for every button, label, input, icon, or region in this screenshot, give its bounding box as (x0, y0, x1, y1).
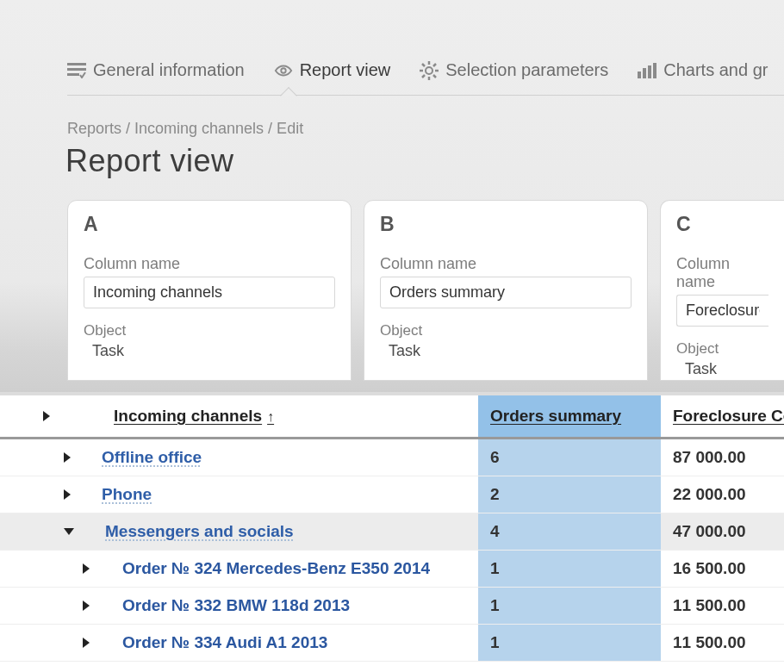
col-header-incoming[interactable]: Incoming channels↑ (114, 407, 274, 426)
svg-line-11 (422, 75, 425, 78)
object-label: Object (380, 322, 632, 339)
column-name-input[interactable] (676, 295, 768, 327)
tab-label: Selection parameters (445, 60, 608, 80)
cost-cell: 47 000.00 (661, 522, 784, 541)
svg-rect-15 (648, 65, 651, 78)
row-label-link[interactable]: Phone (102, 485, 152, 504)
col-header-cost[interactable]: Foreclosure Co (673, 407, 784, 426)
column-name-label: Column name (380, 255, 632, 273)
column-name-label: Column name (84, 255, 335, 273)
object-value: Task (380, 342, 632, 360)
chevron-right-icon[interactable] (64, 452, 71, 463)
expand-all-icon[interactable] (43, 411, 50, 421)
column-name-input[interactable] (84, 277, 335, 308)
orders-cell: 6 (478, 439, 661, 476)
cost-cell: 22 000.00 (661, 485, 784, 504)
svg-rect-14 (643, 68, 646, 78)
svg-line-10 (433, 75, 436, 78)
form-icon (67, 62, 86, 79)
svg-line-9 (422, 64, 425, 66)
svg-line-12 (433, 64, 436, 66)
tab-divider (67, 95, 784, 96)
chevron-right-icon[interactable] (83, 638, 90, 648)
object-value: Task (84, 342, 335, 360)
chevron-down-icon[interactable] (64, 528, 74, 535)
chevron-right-icon[interactable] (83, 563, 90, 574)
svg-rect-16 (653, 63, 656, 78)
gear-icon (420, 62, 439, 79)
tab-report-view[interactable]: Report view (274, 60, 391, 80)
page-title: Report view (0, 138, 784, 179)
cost-cell: 16 500.00 (661, 559, 784, 578)
column-card-b: B Column name Object Task (364, 200, 648, 381)
cost-cell: 11 500.00 (661, 633, 784, 652)
tab-label: Charts and gr (663, 60, 768, 80)
svg-rect-0 (67, 63, 86, 65)
column-letter: A (84, 213, 335, 236)
sort-asc-icon: ↑ (267, 409, 274, 424)
column-letter: B (380, 213, 632, 236)
col-header-orders[interactable]: Orders summary (490, 407, 621, 426)
orders-cell: 1 (478, 551, 661, 587)
table-row: Phone222 000.00 (0, 476, 784, 513)
tab-charts-graphs[interactable]: Charts and gr (638, 60, 768, 80)
breadcrumb: Reports / Incoming channels / Edit (0, 80, 784, 138)
object-value: Task (676, 360, 768, 378)
row-label-link[interactable]: Order № 332 BMW 118d 2013 (122, 596, 350, 615)
table-row: Offline office687 000.00 (0, 439, 784, 476)
svg-rect-13 (638, 72, 641, 78)
tab-label: General information (93, 60, 245, 80)
row-label-link[interactable]: Order № 334 Audi A1 2013 (122, 633, 327, 652)
chevron-right-icon[interactable] (64, 489, 71, 500)
object-label: Object (676, 340, 768, 358)
table-row: Order № 332 BMW 118d 2013111 500.00 (0, 588, 784, 625)
orders-cell: 2 (478, 476, 661, 513)
table-row: Messengers and socials447 000.00 (0, 513, 784, 551)
svg-point-3 (281, 68, 286, 73)
tab-bar: General information Report view Selectio… (0, 0, 784, 80)
table-header-row: Incoming channels↑ Orders summary Forecl… (0, 392, 784, 439)
table-row: Order № 324 Mercedes-Benz E350 2014116 5… (0, 551, 784, 588)
row-label-link[interactable]: Order № 324 Mercedes-Benz E350 2014 (122, 559, 430, 578)
svg-point-4 (426, 67, 432, 74)
column-name-label: Column name (676, 255, 768, 291)
orders-cell: 4 (478, 513, 661, 550)
row-label-link[interactable]: Messengers and socials (105, 522, 294, 541)
tab-general-information[interactable]: General information (67, 60, 245, 80)
bar-chart-icon (638, 62, 656, 79)
svg-rect-2 (67, 73, 79, 76)
eye-icon (274, 62, 293, 79)
orders-cell: 1 (478, 625, 661, 661)
object-label: Object (84, 322, 335, 339)
cost-cell: 11 500.00 (661, 596, 784, 615)
row-label-link[interactable]: Offline office (102, 448, 202, 467)
tab-selection-parameters[interactable]: Selection parameters (420, 60, 608, 80)
orders-cell: 1 (478, 588, 661, 624)
svg-rect-1 (67, 68, 86, 71)
column-cards: A Column name Object Task B Column name … (0, 179, 784, 381)
table-body: Offline office687 000.00Phone222 000.00M… (0, 439, 784, 662)
column-card-c: C Column name Object Task (660, 200, 784, 381)
column-name-input[interactable] (380, 277, 632, 308)
table-row: Order № 334 Audi A1 2013111 500.00 (0, 625, 784, 662)
tab-label: Report view (300, 60, 391, 80)
column-letter: C (676, 213, 768, 236)
column-card-a: A Column name Object Task (67, 200, 352, 381)
cost-cell: 87 000.00 (661, 448, 784, 467)
chevron-right-icon[interactable] (83, 600, 90, 611)
